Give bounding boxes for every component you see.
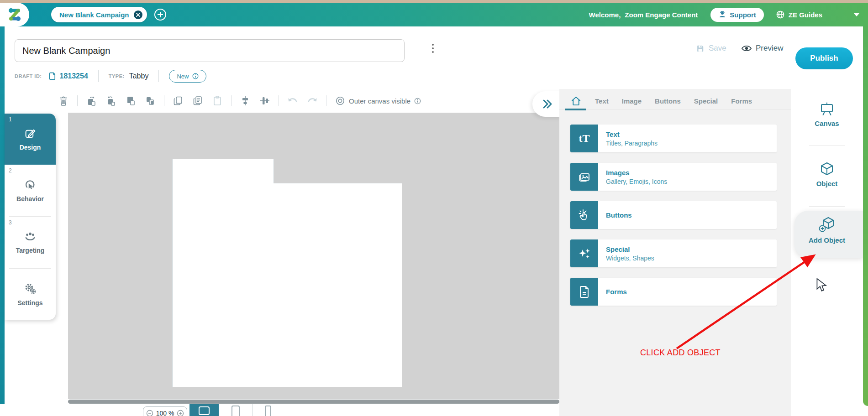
new-tab-plus-icon[interactable] xyxy=(154,9,166,21)
app-logo[interactable] xyxy=(0,3,29,26)
save-button[interactable]: Save xyxy=(696,44,726,53)
mobile-preview-button[interactable] xyxy=(253,404,283,416)
add-object-button[interactable]: Add Object xyxy=(791,217,863,244)
divider xyxy=(326,95,326,106)
tab-image[interactable]: Image xyxy=(622,97,642,105)
save-floppy-icon xyxy=(696,44,705,53)
tablet-preview-button[interactable] xyxy=(220,404,252,416)
card-forms[interactable]: Forms xyxy=(570,278,777,306)
preview-button[interactable]: Preview xyxy=(742,44,783,53)
tab-forms[interactable]: Forms xyxy=(731,97,752,105)
draft-id-value[interactable]: 1813254 xyxy=(60,72,88,80)
settings-gears-icon xyxy=(24,282,37,295)
card-buttons[interactable]: Buttons xyxy=(570,201,777,229)
card-title: Images xyxy=(606,169,667,177)
bring-forward-icon[interactable] xyxy=(85,95,97,107)
buttons-icon xyxy=(570,201,598,229)
zoom-in-icon[interactable] xyxy=(177,410,184,416)
save-label: Save xyxy=(709,44,726,53)
close-tab-icon[interactable] xyxy=(134,10,142,19)
divider xyxy=(164,95,164,106)
align-horizontal-center-icon[interactable] xyxy=(259,95,271,107)
tab-text[interactable]: Text xyxy=(595,97,609,105)
mobile-icon xyxy=(264,405,272,416)
tab-buttons[interactable]: Buttons xyxy=(655,97,681,105)
targeting-icon xyxy=(24,231,37,243)
sidebar-item-design[interactable]: 1 Design xyxy=(5,114,56,165)
support-button[interactable]: Support xyxy=(710,8,764,22)
send-to-back-icon[interactable] xyxy=(144,95,156,107)
object-tool-button[interactable]: Object xyxy=(791,161,863,187)
canvas-tool-button[interactable]: Canvas xyxy=(791,102,863,127)
type-label: TYPE: xyxy=(109,73,125,79)
left-edge-strip xyxy=(0,26,5,404)
add-object-label: Add Object xyxy=(809,236,845,244)
sidebar-item-label: Settings xyxy=(17,299,42,307)
publish-button[interactable]: Publish xyxy=(795,47,853,69)
top-navigation-bar: New Blank Campaign Welcome, Zoom Engage … xyxy=(0,3,868,26)
object-tool-label: Object xyxy=(816,180,838,187)
redo-icon[interactable] xyxy=(306,95,318,107)
account-name: Zoom Engage Content xyxy=(625,11,698,19)
object-category-tabs: Text Image Buttons Special Forms xyxy=(559,93,791,110)
copy-icon[interactable] xyxy=(172,95,184,107)
undo-icon[interactable] xyxy=(287,95,299,107)
tab-home[interactable] xyxy=(570,94,582,108)
desktop-preview-button[interactable] xyxy=(189,404,219,416)
card-special[interactable]: Special Widgets, Shapes xyxy=(570,239,777,267)
send-backward-icon[interactable] xyxy=(105,95,117,107)
campaign-meta-row: DRAFT ID: 1813254 TYPE: Tabby New xyxy=(15,69,206,83)
canvas-page-shape[interactable] xyxy=(172,183,402,387)
sidebar-item-targeting[interactable]: 3 Targeting xyxy=(5,217,56,268)
canvas-tool-label: Canvas xyxy=(815,120,839,127)
divider xyxy=(809,206,845,207)
duplicate-icon[interactable] xyxy=(192,95,204,107)
desktop-icon xyxy=(198,406,210,416)
card-title: Forms xyxy=(606,288,627,296)
outer-canvas-label: Outer canvas visible xyxy=(349,97,410,105)
step-number: 3 xyxy=(9,219,12,226)
tab-special[interactable]: Special xyxy=(694,97,718,105)
horizontal-scrollbar[interactable] xyxy=(68,400,559,404)
active-tab-underline xyxy=(565,109,586,110)
more-options-icon[interactable] xyxy=(428,44,437,57)
align-vertical-center-icon[interactable] xyxy=(239,95,251,107)
eye-icon xyxy=(742,44,752,52)
bring-to-front-icon[interactable] xyxy=(125,95,137,107)
add-object-panel: Text Image Buttons Special Forms tT Text… xyxy=(559,89,791,416)
campaign-title-input[interactable] xyxy=(15,39,405,62)
canvas-statusbar: 100 % xyxy=(0,404,559,416)
canvas-tab-shape[interactable] xyxy=(172,159,274,183)
campaign-header: Save Preview Publish DRAFT ID: 1813254 T… xyxy=(0,26,868,89)
zoom-out-icon[interactable] xyxy=(146,410,153,416)
support-agent-icon xyxy=(718,10,726,19)
type-value: Tabby xyxy=(129,72,149,80)
status-badge[interactable]: New xyxy=(169,70,206,83)
right-edge-strip xyxy=(863,26,868,406)
right-toolbar: Canvas Object Add Object xyxy=(791,89,863,416)
tablet-icon xyxy=(231,405,240,416)
campaign-tab[interactable]: New Blank Campaign xyxy=(51,7,147,22)
sidebar-item-behavior[interactable]: 2 Behavior xyxy=(5,165,56,216)
divider xyxy=(279,95,279,106)
collapse-panel-button[interactable] xyxy=(532,91,563,117)
paste-icon[interactable] xyxy=(211,95,223,107)
forms-icon xyxy=(570,278,598,306)
card-text[interactable]: tT Text Titles, Paragraphs xyxy=(570,125,777,152)
preview-label: Preview xyxy=(756,44,783,53)
divider xyxy=(158,70,159,82)
guides-menu[interactable]: ZE Guides xyxy=(776,10,822,19)
card-title: Text xyxy=(606,130,658,138)
outer-canvas-toggle[interactable]: Outer canvas visible xyxy=(335,96,421,106)
chevron-down-icon[interactable] xyxy=(853,13,860,16)
card-images[interactable]: Images Gallery, Emojis, Icons xyxy=(570,163,777,191)
sidebar-item-label: Targeting xyxy=(16,247,45,254)
divider xyxy=(231,95,231,106)
draft-id-label: DRAFT ID: xyxy=(15,73,42,79)
zoom-control[interactable]: 100 % xyxy=(143,406,187,416)
delete-icon[interactable] xyxy=(58,95,69,107)
canvas-toolbar: Outer canvas visible xyxy=(58,89,421,112)
sidebar-item-settings[interactable]: Settings xyxy=(5,269,56,320)
design-canvas[interactable] xyxy=(68,113,559,399)
add-object-icon xyxy=(818,217,836,233)
